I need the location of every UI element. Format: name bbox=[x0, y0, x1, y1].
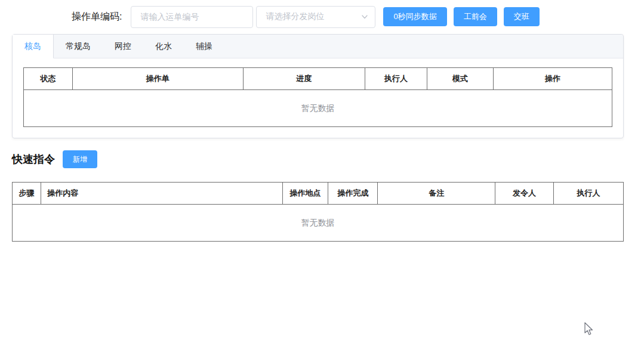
chevron-down-icon bbox=[360, 13, 369, 21]
col-mode: 模式 bbox=[427, 68, 493, 90]
tab-water-chemistry[interactable]: 化水 bbox=[143, 35, 184, 58]
orders-table: 状态 操作单 进度 执行人 模式 操作 暂无数据 bbox=[23, 67, 612, 127]
tab-grid-control[interactable]: 网控 bbox=[103, 35, 143, 58]
order-code-input[interactable] bbox=[131, 6, 253, 28]
col-operation-complete: 操作完成 bbox=[328, 183, 378, 205]
col-actions: 操作 bbox=[493, 68, 612, 90]
mouse-cursor-icon bbox=[583, 322, 596, 336]
order-code-label: 操作单编码: bbox=[72, 11, 122, 23]
orders-tab-content: 状态 操作单 进度 执行人 模式 操作 暂无数据 bbox=[13, 58, 623, 127]
commands-table-header-row: 步骤 操作内容 操作地点 操作完成 备注 发令人 执行人 bbox=[13, 183, 624, 205]
col-operation-order: 操作单 bbox=[72, 68, 243, 90]
col-operation-location: 操作地点 bbox=[282, 183, 328, 205]
orders-panel: 核岛 常规岛 网控 化水 辅操 状态 操作单 进度 执行人 模式 操作 bbox=[12, 34, 624, 138]
col-progress: 进度 bbox=[243, 68, 365, 90]
sync-data-button[interactable]: 0秒同步数据 bbox=[383, 7, 446, 26]
tab-conventional-island[interactable]: 常规岛 bbox=[54, 35, 103, 58]
shift-handover-button[interactable]: 交班 bbox=[504, 7, 540, 26]
orders-empty-row: 暂无数据 bbox=[24, 90, 612, 127]
toolbar: 操作单编码: 请选择分发岗位 0秒同步数据 工前会 交班 bbox=[0, 0, 644, 33]
select-placeholder: 请选择分发岗位 bbox=[266, 11, 324, 22]
quick-commands-header: 快速指令 新增 bbox=[12, 150, 97, 168]
col-executor2: 执行人 bbox=[554, 183, 624, 205]
commands-table-wrap: 步骤 操作内容 操作地点 操作完成 备注 发令人 执行人 暂无数据 bbox=[12, 182, 624, 242]
col-step: 步骤 bbox=[13, 183, 41, 205]
col-executor: 执行人 bbox=[365, 68, 427, 90]
commands-empty-row: 暂无数据 bbox=[13, 205, 624, 242]
col-remarks: 备注 bbox=[378, 183, 495, 205]
commands-table: 步骤 操作内容 操作地点 操作完成 备注 发令人 执行人 暂无数据 bbox=[12, 182, 624, 242]
col-operation-content: 操作内容 bbox=[41, 183, 282, 205]
col-commander: 发令人 bbox=[495, 183, 553, 205]
commands-empty-state: 暂无数据 bbox=[13, 205, 624, 242]
col-status: 状态 bbox=[24, 68, 73, 90]
pre-work-meeting-button[interactable]: 工前会 bbox=[454, 7, 497, 26]
orders-empty-state: 暂无数据 bbox=[24, 90, 612, 127]
tab-bar: 核岛 常规岛 网控 化水 辅操 bbox=[13, 35, 623, 58]
tab-auxiliary-ops[interactable]: 辅操 bbox=[184, 35, 224, 58]
add-command-button[interactable]: 新增 bbox=[63, 150, 97, 168]
quick-commands-title: 快速指令 bbox=[12, 152, 55, 166]
tab-nuclear-island[interactable]: 核岛 bbox=[13, 35, 54, 58]
orders-table-header-row: 状态 操作单 进度 执行人 模式 操作 bbox=[24, 68, 612, 90]
dispatch-position-select[interactable]: 请选择分发岗位 bbox=[256, 6, 375, 28]
